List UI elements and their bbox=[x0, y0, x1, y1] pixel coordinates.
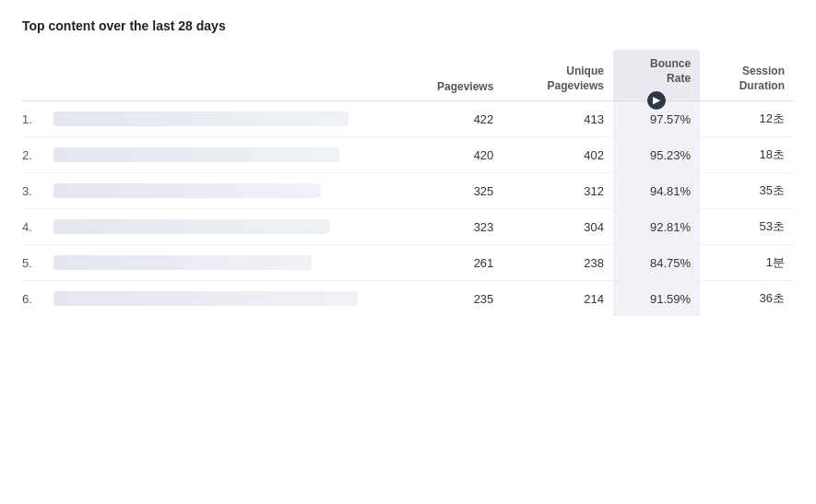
row-bounce-rate: 95.23% bbox=[613, 137, 700, 173]
row-number: 6. bbox=[22, 281, 50, 317]
blurred-title bbox=[53, 147, 339, 162]
row-session-duration: 53초 bbox=[700, 209, 794, 245]
row-title-bar bbox=[50, 137, 393, 173]
row-bounce-rate: 84.75% bbox=[613, 245, 700, 281]
row-title-bar bbox=[50, 101, 393, 137]
row-number: 2. bbox=[22, 137, 50, 173]
row-bounce-rate: 94.81% bbox=[613, 173, 700, 209]
blurred-title bbox=[53, 111, 349, 126]
row-unique-pageviews: 413 bbox=[503, 101, 613, 137]
col-header-bounce-rate: BounceRate ▶ bbox=[613, 50, 700, 101]
sort-icon[interactable]: ▶ bbox=[647, 91, 666, 110]
row-unique-pageviews: 402 bbox=[503, 137, 613, 173]
content-table: Pageviews UniquePageviews BounceRate ▶ S… bbox=[22, 50, 794, 316]
row-pageviews: 261 bbox=[393, 245, 503, 281]
row-title-bar bbox=[50, 209, 393, 245]
row-unique-pageviews: 312 bbox=[503, 173, 613, 209]
row-pageviews: 422 bbox=[393, 101, 503, 137]
blurred-title bbox=[53, 291, 358, 306]
col-header-title bbox=[22, 50, 393, 101]
blurred-title bbox=[53, 219, 330, 234]
col-header-unique-pageviews: UniquePageviews bbox=[503, 50, 613, 101]
col-header-session-duration: SessionDuration bbox=[700, 50, 794, 101]
row-session-duration: 18초 bbox=[700, 137, 794, 173]
table-row: 3. 325 312 94.81% 35초 bbox=[22, 173, 794, 209]
row-session-duration: 12초 bbox=[700, 101, 794, 137]
row-unique-pageviews: 238 bbox=[503, 245, 613, 281]
row-bounce-rate: 92.81% bbox=[613, 209, 700, 245]
table-row: 1. 422 413 97.57% 12초 bbox=[22, 101, 794, 137]
table-row: 6. 235 214 91.59% 36초 bbox=[22, 281, 794, 317]
row-pageviews: 325 bbox=[393, 173, 503, 209]
row-title-bar bbox=[50, 281, 393, 317]
row-title-bar bbox=[50, 173, 393, 209]
row-pageviews: 323 bbox=[393, 209, 503, 245]
table-row: 5. 261 238 84.75% 1분 bbox=[22, 245, 794, 281]
row-number: 4. bbox=[22, 209, 50, 245]
row-title-bar bbox=[50, 245, 393, 281]
row-pageviews: 235 bbox=[393, 281, 503, 317]
page-title: Top content over the last 28 days bbox=[22, 18, 794, 33]
row-pageviews: 420 bbox=[393, 137, 503, 173]
table-row: 2. 420 402 95.23% 18초 bbox=[22, 137, 794, 173]
blurred-title bbox=[53, 183, 321, 198]
row-bounce-rate: 91.59% bbox=[613, 281, 700, 317]
table-row: 4. 323 304 92.81% 53초 bbox=[22, 209, 794, 245]
row-unique-pageviews: 214 bbox=[503, 281, 613, 317]
row-session-duration: 1분 bbox=[700, 245, 794, 281]
row-number: 3. bbox=[22, 173, 50, 209]
row-number: 1. bbox=[22, 101, 50, 137]
col-header-pageviews: Pageviews bbox=[393, 50, 503, 101]
row-unique-pageviews: 304 bbox=[503, 209, 613, 245]
row-number: 5. bbox=[22, 245, 50, 281]
row-session-duration: 36초 bbox=[700, 281, 794, 317]
row-session-duration: 35초 bbox=[700, 173, 794, 209]
blurred-title bbox=[53, 255, 312, 270]
